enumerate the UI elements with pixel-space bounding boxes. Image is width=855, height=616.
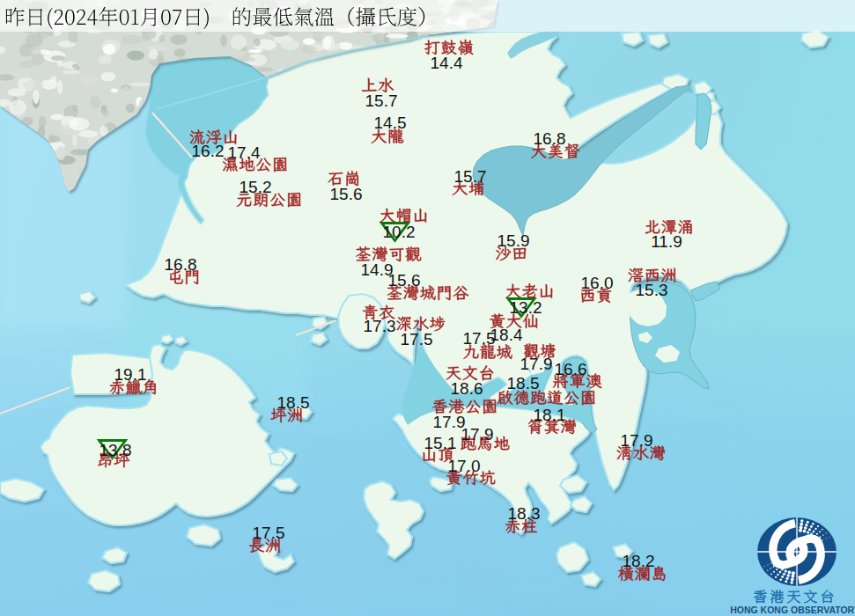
svg-text:17.5: 17.5 xyxy=(253,524,285,542)
svg-text:15.1: 15.1 xyxy=(424,434,457,452)
svg-text:16.2: 16.2 xyxy=(192,142,225,160)
svg-text:18.1: 18.1 xyxy=(534,406,566,424)
svg-text:18.5: 18.5 xyxy=(277,393,310,412)
svg-text:HONG KONG OBSERVATORY: HONG KONG OBSERVATORY xyxy=(730,605,855,615)
svg-text:19.1: 19.1 xyxy=(114,365,147,384)
svg-text:16.8: 16.8 xyxy=(534,129,566,148)
svg-text:15.2: 15.2 xyxy=(240,178,272,196)
svg-text:18.2: 18.2 xyxy=(623,552,655,570)
svg-text:15.9: 15.9 xyxy=(498,231,530,250)
svg-text:13.2: 13.2 xyxy=(510,298,542,317)
svg-text:17.5: 17.5 xyxy=(401,330,433,348)
svg-text:15.7: 15.7 xyxy=(365,92,398,110)
svg-text:10.2: 10.2 xyxy=(383,223,416,241)
svg-text:17.0: 17.0 xyxy=(448,457,481,475)
svg-text:16.8: 16.8 xyxy=(165,255,197,274)
svg-text:16.6: 16.6 xyxy=(555,360,587,378)
svg-text:13.8: 13.8 xyxy=(100,441,132,459)
svg-text:14.4: 14.4 xyxy=(431,54,463,72)
svg-text:17.9: 17.9 xyxy=(621,431,653,450)
svg-text:17.3: 17.3 xyxy=(364,317,396,335)
svg-text:15.6: 15.6 xyxy=(330,185,363,203)
svg-text:17.4: 17.4 xyxy=(228,143,261,162)
svg-text:15.6: 15.6 xyxy=(388,271,421,290)
svg-text:17.9: 17.9 xyxy=(461,425,494,444)
svg-text:11.9: 11.9 xyxy=(651,232,682,251)
svg-text:14.5: 14.5 xyxy=(374,114,407,132)
svg-text:17.5: 17.5 xyxy=(463,329,496,348)
svg-text:18.5: 18.5 xyxy=(507,374,540,392)
svg-text:18.6: 18.6 xyxy=(451,379,483,398)
svg-text:15.3: 15.3 xyxy=(636,281,668,299)
svg-text:17.9: 17.9 xyxy=(520,355,553,373)
svg-text:15.7: 15.7 xyxy=(454,167,487,186)
svg-text:18.3: 18.3 xyxy=(508,504,541,523)
svg-text:16.0: 16.0 xyxy=(581,274,614,292)
